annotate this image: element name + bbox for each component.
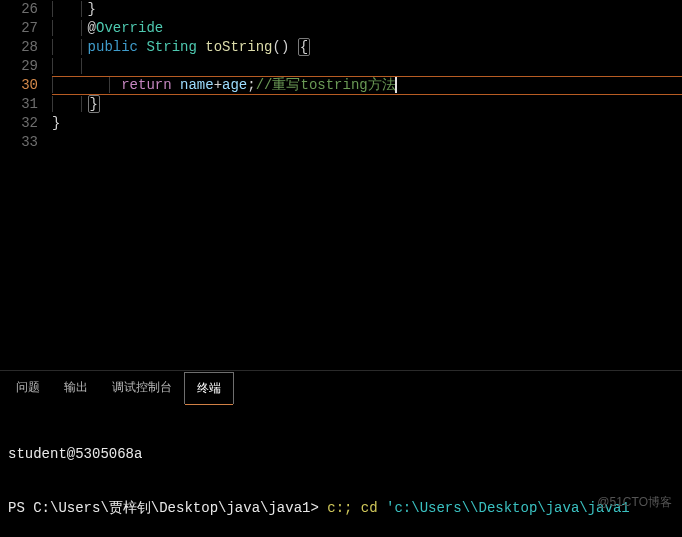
brace-match-close: }: [88, 95, 100, 113]
bottom-panel: 问题 输出 调试控制台 终端 student@5305068a PS C:\Us…: [0, 370, 682, 537]
code-line-current[interactable]: return name+age;//重写tostring方法: [52, 76, 682, 95]
tab-output[interactable]: 输出: [52, 371, 100, 403]
terminal-pane[interactable]: student@5305068a PS C:\Users\贾梓钊\Desktop…: [0, 403, 682, 537]
line-number: 31: [0, 95, 38, 114]
line-number: 32: [0, 114, 38, 133]
line-number: 29: [0, 57, 38, 76]
tab-debug-console[interactable]: 调试控制台: [100, 371, 184, 403]
code-line[interactable]: [52, 57, 682, 76]
tab-terminal[interactable]: 终端: [184, 372, 234, 404]
code-line[interactable]: }: [52, 0, 682, 19]
code-line[interactable]: [52, 133, 682, 152]
code-editor[interactable]: 26 27 28 29 30 31 32 33 } @Override publ…: [0, 0, 682, 370]
brace-match-open: {: [298, 38, 310, 56]
text-cursor: [395, 77, 397, 93]
code-line[interactable]: }: [52, 95, 682, 114]
terminal-line: PS C:\Users\贾梓钊\Desktop\java\java1> c:; …: [8, 499, 674, 517]
line-number: 28: [0, 38, 38, 57]
line-number: 33: [0, 133, 38, 152]
terminal-line: student@5305068a: [8, 445, 674, 463]
line-number: 27: [0, 19, 38, 38]
code-line[interactable]: public String toString() {: [52, 38, 682, 57]
line-number-gutter: 26 27 28 29 30 31 32 33: [0, 0, 52, 370]
panel-tabs: 问题 输出 调试控制台 终端: [0, 371, 682, 403]
code-line[interactable]: }: [52, 114, 682, 133]
tab-problems[interactable]: 问题: [4, 371, 52, 403]
code-area[interactable]: } @Override public String toString() { r…: [52, 0, 682, 370]
code-line[interactable]: @Override: [52, 19, 682, 38]
line-number: 26: [0, 0, 38, 19]
line-number-current: 30: [0, 76, 38, 95]
